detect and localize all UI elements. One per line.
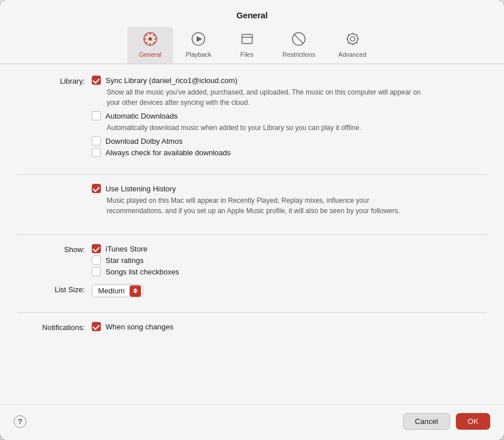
sync-library-description: Show all the music you've added, purchas… [107, 87, 428, 108]
listening-history-content: Use Listening History Music played on th… [92, 184, 487, 219]
songs-list-checkbox[interactable] [92, 267, 101, 276]
use-listening-history-label: Use Listening History [106, 184, 176, 193]
songs-list-row: Songs list checkboxes [92, 267, 487, 276]
tab-general-label: General [139, 51, 161, 58]
library-label: Library: [17, 76, 92, 85]
sync-library-checkbox[interactable] [92, 76, 101, 85]
use-listening-history-checkbox[interactable] [92, 184, 101, 193]
playback-icon [191, 32, 206, 49]
toolbar: General Playback Files [0, 20, 504, 64]
listening-history-row-label [17, 184, 92, 185]
notifications-section: Notifications: When song changes [17, 322, 487, 348]
svg-marker-11 [197, 36, 202, 42]
sync-library-label: Sync Library (daniel_rico1@icloud.com) [106, 76, 237, 85]
library-row: Library: Sync Library (daniel_rico1@iclo… [17, 76, 487, 159]
star-ratings-row: Star ratings [92, 256, 487, 265]
list-size-row: List Size: Small Medium Large [17, 284, 487, 297]
svg-point-26 [347, 34, 358, 44]
advanced-icon [345, 32, 360, 49]
notifications-row: Notifications: When song changes [17, 322, 487, 333]
tab-advanced[interactable]: Advanced [328, 27, 377, 64]
use-listening-history-row: Use Listening History [92, 184, 487, 193]
show-content: iTunes Store Star ratings Songs list che… [92, 244, 487, 278]
ok-button[interactable]: OK [456, 413, 490, 430]
show-row: Show: iTunes Store Star ratings Songs li… [17, 244, 487, 278]
when-song-changes-checkbox[interactable] [92, 322, 101, 331]
when-song-changes-label: When song changes [106, 323, 174, 331]
automatic-downloads-label: Automatic Downloads [106, 112, 178, 120]
general-icon [143, 32, 158, 49]
notifications-label: Notifications: [17, 322, 92, 332]
cancel-button[interactable]: Cancel [403, 413, 450, 430]
listening-history-description: Music played on this Mac will appear in … [107, 195, 428, 216]
show-label: Show: [17, 244, 92, 254]
itunes-store-row: iTunes Store [92, 244, 487, 253]
svg-line-8 [153, 34, 155, 36]
tab-playback[interactable]: Playback [175, 27, 222, 64]
tab-restrictions-label: Restrictions [283, 51, 315, 58]
list-size-select-wrapper: Small Medium Large [92, 284, 143, 297]
list-size-select[interactable]: Small Medium Large [92, 284, 143, 297]
library-section: Library: Sync Library (daniel_rico1@iclo… [17, 76, 487, 175]
svg-line-9 [146, 42, 147, 44]
download-dolby-row: Download Dolby Atmos [92, 136, 487, 146]
content-area: Library: Sync Library (daniel_rico1@iclo… [0, 64, 504, 404]
svg-point-1 [149, 37, 152, 41]
tab-general[interactable]: General [127, 27, 173, 64]
svg-line-7 [153, 42, 155, 44]
automatic-downloads-description: Automatically download music when added … [107, 123, 428, 133]
star-ratings-label: Star ratings [106, 256, 143, 265]
svg-point-16 [350, 37, 355, 41]
restrictions-icon [291, 32, 306, 49]
itunes-store-checkbox[interactable] [92, 244, 101, 253]
listening-history-section: Use Listening History Music played on th… [17, 184, 487, 235]
tab-files-label: Files [240, 51, 253, 58]
help-button[interactable]: ? [14, 415, 26, 428]
always-check-label: Always check for available downloads [106, 148, 230, 157]
files-icon [240, 32, 255, 49]
automatic-downloads-checkbox[interactable] [92, 111, 101, 120]
list-size-content: Small Medium Large [92, 284, 487, 297]
listening-history-row: Use Listening History Music played on th… [17, 184, 487, 219]
tab-files[interactable]: Files [224, 27, 270, 64]
always-check-checkbox[interactable] [92, 148, 101, 157]
footer: ? Cancel OK [0, 404, 504, 440]
tab-advanced-label: Advanced [338, 51, 366, 58]
show-section: Show: iTunes Store Star ratings Songs li… [17, 244, 487, 313]
notifications-content: When song changes [92, 322, 487, 333]
tab-playback-label: Playback [186, 51, 212, 58]
window-title: General [0, 0, 504, 20]
always-check-row: Always check for available downloads [92, 148, 487, 157]
when-song-changes-row: When song changes [92, 322, 487, 331]
list-size-label: List Size: [17, 284, 92, 294]
sync-library-row: Sync Library (daniel_rico1@icloud.com) [92, 76, 487, 85]
svg-line-6 [146, 34, 147, 36]
itunes-store-label: iTunes Store [106, 245, 147, 253]
download-dolby-checkbox[interactable] [92, 136, 101, 146]
footer-buttons: Cancel OK [403, 413, 490, 430]
svg-rect-12 [242, 34, 252, 44]
automatic-downloads-row: Automatic Downloads [92, 111, 487, 120]
download-dolby-label: Download Dolby Atmos [106, 137, 182, 146]
svg-line-15 [294, 34, 303, 44]
tab-restrictions[interactable]: Restrictions [272, 27, 326, 64]
songs-list-label: Songs list checkboxes [106, 268, 179, 276]
library-content: Sync Library (daniel_rico1@icloud.com) S… [92, 76, 487, 159]
star-ratings-checkbox[interactable] [92, 256, 101, 265]
preferences-window: General General [0, 0, 504, 440]
